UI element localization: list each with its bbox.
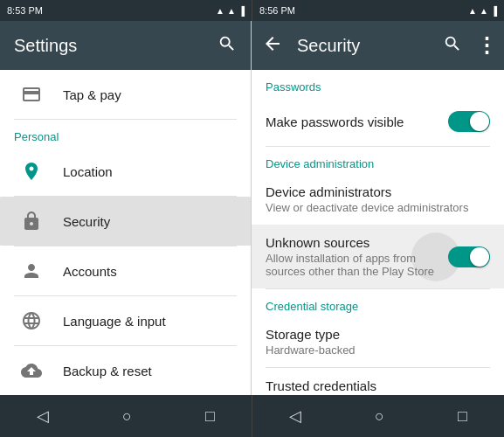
device-admin-section-header: Device administration xyxy=(252,147,504,174)
settings-screen: Settings Tap & pay xyxy=(0,21,252,395)
security-app-bar: Security ⋮ xyxy=(252,21,504,70)
left-battery-icon: ▐ xyxy=(238,6,245,16)
left-signal-icon: ▲ xyxy=(227,6,236,16)
language-item[interactable]: Language & input xyxy=(0,296,251,345)
unknown-sources-toggle-knob xyxy=(470,247,489,267)
left-recents-nav[interactable]: □ xyxy=(198,400,222,433)
right-battery-icon: ▐ xyxy=(491,6,497,16)
language-icon xyxy=(14,310,49,331)
security-title: Security xyxy=(63,214,237,229)
right-recents-nav[interactable]: □ xyxy=(451,400,474,433)
security-icon xyxy=(14,211,49,232)
settings-title: Settings xyxy=(14,36,217,56)
trusted-credentials-title: Trusted credentials xyxy=(266,378,490,393)
location-icon xyxy=(14,161,49,182)
passwords-visible-title: Make passwords visible xyxy=(266,114,448,129)
storage-type-item[interactable]: Storage type Hardware-backed xyxy=(252,316,504,367)
unknown-sources-subtitle: Allow installation of apps from sources … xyxy=(266,252,448,278)
tap-pay-item[interactable]: Tap & pay xyxy=(0,70,251,119)
left-home-nav[interactable]: ○ xyxy=(115,400,139,433)
unknown-sources-item[interactable]: Unknown sources Allow installation of ap… xyxy=(252,225,504,288)
security-item[interactable]: Security xyxy=(0,197,251,246)
settings-list: Tap & pay Personal Location xyxy=(0,70,251,395)
left-back-nav[interactable]: ◁ xyxy=(30,399,56,433)
location-item[interactable]: Location xyxy=(0,147,251,196)
settings-app-bar: Settings xyxy=(0,21,251,70)
right-wifi-icon: ▲ xyxy=(468,6,477,16)
security-more-icon[interactable]: ⋮ xyxy=(476,33,497,58)
storage-type-title: Storage type xyxy=(266,327,490,342)
tap-pay-icon xyxy=(14,84,49,105)
unknown-sources-title: Unknown sources xyxy=(266,235,448,250)
accounts-icon xyxy=(14,260,49,281)
security-screen: Security ⋮ Passwords Make passwords visi… xyxy=(252,21,504,395)
security-settings-list: Passwords Make passwords visible Device … xyxy=(252,70,504,395)
left-status-bar: 8:53 PM ▲ ▲ ▐ xyxy=(0,0,252,21)
right-signal-icon: ▲ xyxy=(480,6,488,16)
trusted-credentials-item[interactable]: Trusted credentials Display trusted CA c… xyxy=(252,368,504,395)
right-back-nav[interactable]: ◁ xyxy=(282,399,308,433)
backup-item[interactable]: Backup & reset xyxy=(0,346,251,395)
left-time: 8:53 PM xyxy=(7,5,43,16)
passwords-toggle[interactable] xyxy=(448,111,490,132)
left-wifi-icon: ▲ xyxy=(216,6,224,16)
settings-search-icon[interactable] xyxy=(217,34,237,58)
device-admin-title: Device administrators xyxy=(266,184,490,199)
passwords-section-header: Passwords xyxy=(252,70,504,97)
personal-section-header: Personal xyxy=(0,120,251,147)
storage-type-subtitle: Hardware-backed xyxy=(266,343,490,357)
device-admin-item[interactable]: Device administrators View or deactivate… xyxy=(252,174,504,225)
dual-status-bar: 8:53 PM ▲ ▲ ▐ 8:56 PM ▲ ▲ ▐ xyxy=(0,0,504,21)
security-title: Security xyxy=(297,36,443,56)
unknown-sources-toggle[interactable] xyxy=(448,246,490,267)
location-title: Location xyxy=(63,164,237,179)
right-time: 8:56 PM xyxy=(259,5,295,16)
backup-icon xyxy=(14,360,49,381)
right-nav-bar: ◁ ○ □ xyxy=(252,395,504,437)
accounts-title: Accounts xyxy=(63,264,237,279)
language-title: Language & input xyxy=(63,314,237,329)
security-search-icon[interactable] xyxy=(443,34,462,58)
right-home-nav[interactable]: ○ xyxy=(368,400,391,433)
credential-section-header: Credential storage xyxy=(252,289,504,316)
right-status-bar: 8:56 PM ▲ ▲ ▐ xyxy=(252,0,504,21)
device-admin-subtitle: View or deactivate device administrators xyxy=(266,201,490,214)
passwords-visible-item[interactable]: Make passwords visible xyxy=(252,97,504,146)
tap-pay-title: Tap & pay xyxy=(63,87,237,102)
left-nav-bar: ◁ ○ □ xyxy=(0,395,252,437)
backup-title: Backup & reset xyxy=(63,364,237,378)
accounts-item[interactable]: Accounts xyxy=(0,246,251,295)
passwords-toggle-knob xyxy=(470,112,489,131)
back-button[interactable] xyxy=(255,26,290,66)
